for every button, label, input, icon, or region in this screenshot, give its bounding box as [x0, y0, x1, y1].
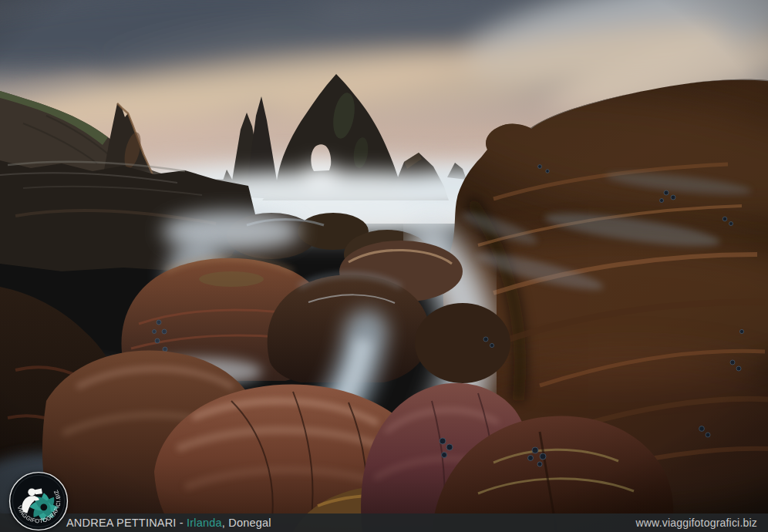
- photographer-aperture-icon: VIAGGIFOTOGRAFICI.BIZ: [8, 471, 69, 531]
- caption-right: www.viaggifotografici.biz: [635, 517, 757, 529]
- caption-location-region: , Donegal: [222, 517, 271, 529]
- caption-bar: ANDREA PETTINARI - Irlanda, Donegal www.…: [0, 513, 768, 532]
- caption-separator: -: [177, 517, 187, 529]
- caption-location-country: Irlanda: [187, 517, 222, 529]
- vignette-overlay: [0, 0, 768, 532]
- photo-canvas: [0, 0, 768, 532]
- website-url: www.viaggifotografici.biz: [635, 517, 757, 529]
- seascape-photo-crohy-head: ANDREA PETTINARI - Irlanda, Donegal www.…: [0, 0, 768, 532]
- photographer-name: ANDREA PETTINARI: [66, 517, 177, 529]
- viaggifotografici-logo-badge: VIAGGIFOTOGRAFICI.BIZ: [8, 471, 69, 531]
- caption-left: ANDREA PETTINARI - Irlanda, Donegal: [66, 517, 271, 529]
